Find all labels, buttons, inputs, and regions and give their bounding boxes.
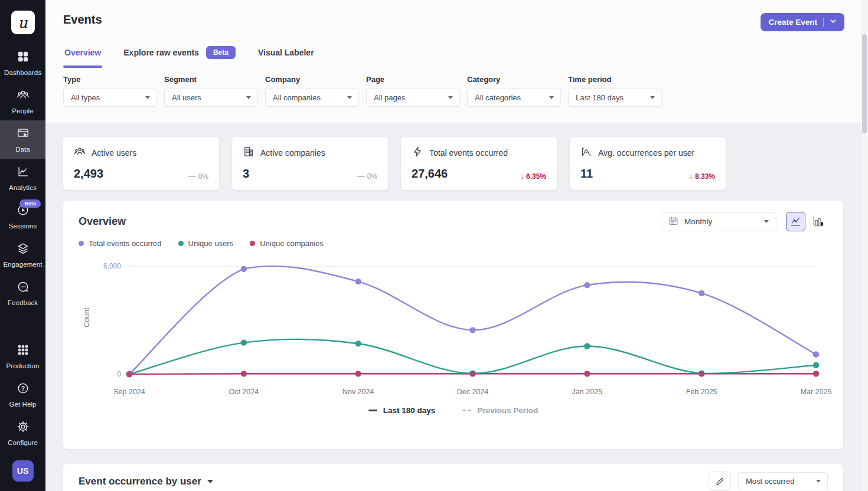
segment-select[interactable]: All users — [164, 89, 258, 107]
teal-dot-icon — [178, 241, 184, 246]
dashboards-icon — [17, 50, 30, 66]
arrow-down-icon: ↓ — [689, 172, 693, 181]
sidebar-item-engagement[interactable]: Engagement — [0, 235, 45, 274]
section-title: Event occurrence by user — [79, 476, 201, 487]
help-icon: ? — [17, 382, 30, 397]
dashed-line-icon — [462, 410, 471, 411]
sidebar-label: Data — [15, 146, 30, 153]
users-icon — [74, 146, 86, 159]
tab-overview[interactable]: Overview — [63, 41, 102, 67]
selected-granularity: Monthly — [684, 217, 758, 226]
svg-text:0: 0 — [117, 370, 121, 378]
tab-explore-raw-events[interactable]: Explore raw events Beta — [122, 41, 237, 67]
chart-type-toggle — [786, 212, 828, 231]
chevron-down-icon — [207, 480, 213, 483]
page-title: Events — [63, 13, 102, 27]
sidebar-label: Sessions — [9, 222, 37, 230]
arrow-down-icon: ↓ — [520, 172, 524, 181]
sidebar-item-people[interactable]: People — [0, 82, 45, 120]
stat-value: 27,646 — [412, 167, 448, 181]
gear-icon — [17, 420, 30, 436]
lightning-icon — [412, 146, 423, 159]
legend-label: Previous Period — [477, 406, 538, 415]
sidebar-item-data[interactable]: Data — [0, 120, 45, 159]
layers-icon — [17, 242, 30, 257]
edit-pencil-button[interactable] — [709, 472, 731, 491]
stat-cards-row: Active users 2,493 —0% Active companies — [63, 137, 850, 190]
event-occurrence-title-dropdown[interactable]: Event occurrence by user — [79, 476, 213, 487]
legend-last-180-days[interactable]: Last 180 days — [368, 406, 436, 415]
stat-label: Total events occurred — [429, 148, 508, 158]
sidebar-item-feedback[interactable]: Feedback — [0, 274, 45, 312]
sidebar-item-get-help[interactable]: ? Get Help — [0, 375, 45, 414]
sidebar-item-production[interactable]: Production — [0, 337, 45, 375]
sidebar-label: People — [12, 107, 33, 114]
time-period-select[interactable]: Last 180 days — [568, 89, 662, 107]
svg-text:6,000: 6,000 — [103, 262, 121, 270]
sidebar-item-configure[interactable]: Configure — [0, 414, 45, 452]
flat-dash-icon: — — [357, 172, 365, 181]
period-legend: Last 180 days Previous Period — [79, 406, 828, 415]
pink-dot-icon — [250, 241, 255, 246]
svg-text:Mar 2025: Mar 2025 — [801, 388, 832, 396]
data-icon — [17, 127, 30, 142]
legend-label: Unique companies — [260, 239, 324, 248]
filter-label: Segment — [164, 75, 258, 84]
chevron-down-icon — [650, 96, 655, 99]
sidebar-item-dashboards[interactable]: Dashboards — [0, 44, 45, 82]
building-icon — [243, 146, 254, 159]
filter-type: Type All types — [63, 75, 157, 107]
page-select[interactable]: All pages — [366, 89, 460, 107]
button-divider — [823, 18, 824, 27]
scrollbar-thumb[interactable] — [862, 34, 867, 133]
analytics-icon — [17, 165, 30, 181]
legend-label: Unique users — [188, 239, 234, 248]
legend-unique-users[interactable]: Unique users — [178, 239, 234, 248]
bar-chart-toggle[interactable] — [808, 212, 828, 231]
granularity-select[interactable]: Monthly — [661, 212, 776, 231]
svg-text:Oct 2024: Oct 2024 — [229, 388, 259, 396]
stat-label: Active users — [92, 148, 136, 158]
sort-select[interactable]: Most occurred — [738, 472, 828, 490]
solid-line-icon — [368, 410, 377, 411]
purple-dot-icon — [79, 241, 84, 246]
selected-value: All types — [71, 93, 100, 102]
calendar-icon — [668, 216, 678, 228]
main-area: Events Create Event Overview Explore raw… — [45, 0, 868, 491]
svg-text:?: ? — [21, 385, 24, 392]
create-event-button[interactable]: Create Event — [761, 13, 844, 31]
stat-value: 3 — [243, 167, 249, 181]
chevron-down-icon[interactable] — [830, 18, 837, 27]
legend-unique-companies[interactable]: Unique companies — [250, 239, 324, 248]
stat-card-total-events: Total events occurred 27,646 ↓6.35% — [401, 137, 557, 190]
selected-sort: Most occurred — [746, 477, 794, 486]
sidebar-item-sessions[interactable]: Beta Sessions — [0, 197, 45, 235]
sidebar-item-analytics[interactable]: Analytics — [0, 159, 45, 197]
legend-total-events[interactable]: Total events occurred — [79, 239, 162, 248]
legend-previous-period[interactable]: Previous Period — [462, 406, 538, 415]
stat-value: 2,493 — [74, 167, 103, 181]
tab-label: Visual Labeler — [258, 48, 314, 57]
sessions-beta-badge: Beta — [19, 199, 41, 208]
svg-text:Count: Count — [83, 307, 91, 328]
company-select[interactable]: All companies — [265, 89, 359, 107]
userpilot-logo[interactable]: u — [11, 11, 35, 34]
svg-text:Sep 2024: Sep 2024 — [113, 388, 145, 396]
filter-label: Type — [63, 75, 157, 84]
flat-dash-icon: — — [188, 172, 196, 181]
filter-time-period: Time period Last 180 days — [568, 75, 662, 107]
stat-delta: ↓8.33% — [689, 172, 715, 181]
selected-value: All categories — [475, 93, 521, 102]
line-chart-toggle[interactable] — [786, 212, 805, 231]
selected-value: All companies — [273, 93, 321, 102]
feedback-bubble-icon — [17, 280, 30, 296]
type-select[interactable]: All types — [63, 89, 157, 107]
category-select[interactable]: All categories — [467, 89, 561, 107]
selected-value: Last 180 days — [576, 93, 624, 102]
user-avatar[interactable]: US — [12, 460, 34, 482]
tab-visual-labeler[interactable]: Visual Labeler — [257, 41, 315, 67]
stat-card-avg-occurrences: Avg. occurrences per user 11 ↓8.33% — [570, 137, 726, 190]
sidebar-label: Get Help — [9, 401, 36, 408]
tab-label: Overview — [64, 48, 101, 57]
overview-chart-card: Overview Monthly — [63, 201, 843, 449]
